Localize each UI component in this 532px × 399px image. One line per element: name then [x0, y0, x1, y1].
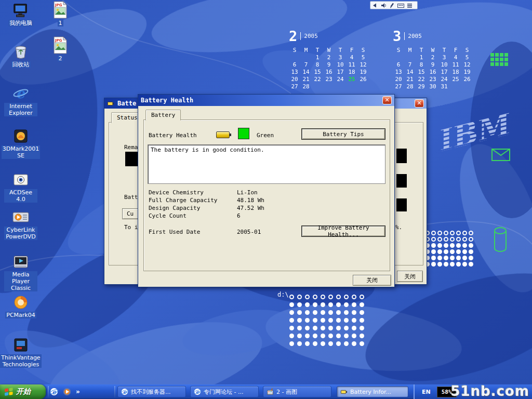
wallpaper-dot-ring	[456, 231, 461, 235]
wallpaper-dot	[328, 310, 333, 315]
wallpaper-dot	[360, 318, 364, 323]
calendar-day-header: S	[461, 47, 473, 54]
calendar-date: 30	[427, 83, 438, 90]
wallpaper-dot	[305, 310, 310, 315]
close-button[interactable]: 关闭	[353, 275, 391, 286]
desktop-icon-3dmark2001[interactable]: 3DMark2001 SE	[4, 128, 37, 159]
info-row: Device Chemistry Li-Ion	[149, 189, 382, 196]
calendar-date: 1	[312, 54, 323, 61]
field-label: Design Capacity	[149, 205, 200, 211]
media-player-icon[interactable]	[63, 388, 71, 396]
wallpaper-dot-ring	[321, 295, 325, 299]
wallpaper-dot	[289, 302, 294, 307]
wallpaper-dot	[297, 341, 302, 346]
calendar-day-header: S	[357, 47, 369, 54]
calendar-month-number: 2	[289, 29, 297, 44]
calendar-day-header: F	[450, 47, 461, 54]
input-marker-icon[interactable]	[373, 3, 378, 8]
calendar-month-number: 3	[393, 29, 401, 44]
language-indicator[interactable]: EN	[422, 389, 431, 395]
task-button-paint[interactable]: 2 - 画图	[263, 386, 331, 397]
calendar-date: 17	[335, 69, 346, 76]
calendar-date: 5	[461, 54, 473, 61]
close-icon[interactable]: ✕	[382, 96, 392, 104]
wallpaper-dot	[360, 326, 364, 330]
desktop-icon-label: CyberLink PowerDVD	[4, 227, 37, 240]
drive-label: d:\	[277, 291, 289, 298]
language-bar[interactable]	[370, 1, 418, 9]
field-value: 47.52 Wh	[237, 205, 264, 211]
start-button[interactable]: 开始	[0, 384, 46, 399]
wallpaper-dot	[313, 310, 317, 315]
battery-health-label: Battery Health	[149, 132, 197, 139]
wallpaper-dot	[289, 326, 294, 330]
task-button-forum[interactable]: 专门网论坛 - ...	[190, 386, 259, 397]
desktop-icon-label: PCMark04	[5, 312, 36, 318]
jpg-file-icon: JPG	[53, 36, 68, 54]
wallpaper-dot	[289, 341, 294, 346]
powerdvd-icon	[12, 209, 30, 225]
close-icon[interactable]: ✕	[415, 99, 424, 108]
calendar-day-header: T	[312, 47, 323, 54]
field-label: Device Chemistry	[149, 189, 204, 196]
wallpaper-dot	[450, 256, 455, 260]
desktop-icon-my-computer[interactable]: 我的电脑	[4, 3, 37, 26]
calendar-date: 4	[450, 54, 461, 61]
calendar-date: 20	[393, 76, 404, 83]
desktop-icon-powerdvd[interactable]: CyberLink PowerDVD	[4, 209, 37, 240]
volume-icon[interactable]	[381, 3, 387, 8]
tab-battery[interactable]: Battery	[145, 110, 181, 121]
desktop-icon-label: Internet Explorer	[4, 103, 37, 116]
calendar-date: 26	[461, 76, 473, 83]
desktop-icon-internet-explorer[interactable]: e Internet Explorer	[4, 85, 37, 116]
file-badge: JPG	[55, 38, 62, 43]
wallpaper-dot-ring	[444, 237, 448, 242]
desktop-icon-recycle-bin[interactable]: 回收站	[4, 44, 37, 68]
wallpaper-dot	[456, 249, 461, 254]
calendar-date	[300, 54, 312, 61]
windows-flag-icon	[4, 387, 14, 396]
task-button-battery-information[interactable]: Battery Infor...	[337, 386, 408, 397]
wallpaper-dot-ring	[431, 237, 436, 242]
internet-explorer-icon[interactable]	[50, 388, 58, 396]
wallpaper-dot-grid-right	[425, 231, 475, 268]
calendar-date: 20	[289, 76, 300, 83]
quick-launch-overflow-chevron[interactable]: »	[76, 388, 80, 395]
calendar-date: 21	[300, 76, 312, 83]
wallpaper-dot	[352, 326, 356, 330]
desktop-icon-thinkvantage[interactable]: ThinkVantage Technologies	[4, 337, 37, 368]
task-button-server-not-found[interactable]: 找不到服务器...	[117, 386, 186, 397]
condition-textbox[interactable]: The battery is in good condition.	[148, 144, 385, 184]
wallpaper-dot	[336, 326, 341, 330]
wallpaper-dot	[289, 318, 294, 323]
improve-battery-health-button[interactable]: Improve Battery Health...	[302, 226, 385, 236]
desktop-icon-pcmark04[interactable]: PCMark04	[4, 294, 37, 318]
wallpaper-dot	[352, 310, 356, 315]
desktop-icon-acdsee[interactable]: ACDSee 4.0	[4, 171, 37, 203]
watermark: 51nb.com	[450, 383, 529, 399]
wallpaper-dot	[305, 318, 310, 323]
close-button[interactable]: 关闭	[397, 271, 423, 282]
wallpaper-dot	[336, 310, 341, 315]
pen-icon[interactable]	[389, 3, 395, 8]
desktop-icon-file-2[interactable]: JPG 2	[46, 36, 75, 62]
wallpaper-dot	[328, 334, 333, 338]
thinkvantage-icon	[12, 337, 29, 353]
keyboard-icon[interactable]	[397, 3, 404, 8]
battery-tips-button[interactable]: Battery Tips	[302, 129, 385, 139]
field-label: Full Charge Capacity	[149, 197, 217, 204]
options-icon[interactable]	[407, 3, 413, 8]
task-label: Battery Infor...	[350, 389, 391, 395]
calendar-date: 27	[289, 83, 300, 90]
battery-health-titlebar[interactable]: Battery Health ✕	[138, 95, 394, 106]
wallpaper-dot	[313, 302, 317, 307]
calendar-date: 27	[393, 83, 404, 90]
field-label: First Used Date	[149, 229, 200, 235]
wallpaper-dot-ring	[437, 231, 442, 235]
desktop-icon-media-player-classic[interactable]: Media Player Classic	[4, 254, 37, 291]
wallpaper-dot	[360, 334, 364, 338]
wallpaper-dot	[313, 318, 317, 323]
calendar-divider	[404, 32, 405, 40]
desktop-icon-file-1[interactable]: JPG 1	[46, 1, 75, 26]
calendar-date: 6	[393, 61, 404, 69]
